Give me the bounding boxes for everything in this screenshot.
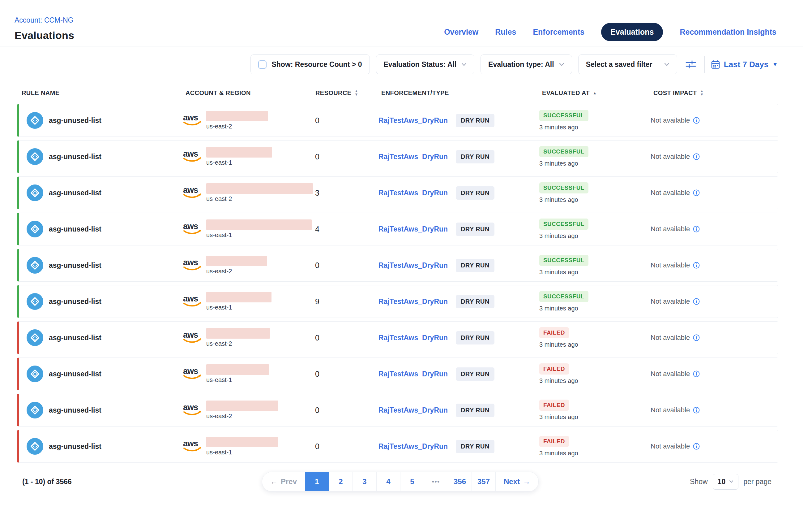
table-row[interactable]: asg-unused-list aws us-east-2 0 RajTestA… — [17, 394, 778, 426]
page-button-1[interactable]: 1 — [305, 472, 329, 491]
region-label: us-east-2 — [206, 340, 270, 347]
page-button-356[interactable]: 356 — [448, 472, 472, 491]
next-page-button[interactable]: Next→ — [495, 472, 538, 491]
page-button-357[interactable]: 357 — [472, 472, 495, 491]
account-name-redacted — [206, 256, 267, 266]
cost-impact-value: Not available — [651, 116, 690, 124]
table-row[interactable]: asg-unused-list aws us-east-1 0 RajTestA… — [17, 358, 778, 390]
resource-count-filter[interactable]: Show: Resource Count > 0 — [250, 54, 369, 74]
page-button-3[interactable]: 3 — [353, 472, 376, 491]
page-button-2[interactable]: 2 — [329, 472, 353, 491]
column-label: ENFORCEMENT/TYPE — [381, 89, 449, 97]
info-icon[interactable] — [693, 189, 700, 197]
status-badge: SUCCESSFUL — [539, 291, 588, 302]
nav-tab-recommendation-insights[interactable]: Recommendation Insights — [680, 28, 777, 36]
enforcement-link[interactable]: RajTestAws_DryRun — [379, 297, 456, 306]
evaluation-type-badge: DRY RUN — [456, 150, 495, 163]
sort-ascending-icon[interactable]: ▲ — [593, 91, 597, 95]
column-label: ACCOUNT & REGION — [186, 89, 251, 97]
caret-down-icon: ▼ — [772, 61, 778, 68]
governance-rule-icon — [27, 438, 43, 455]
rule-name: asg-unused-list — [49, 442, 102, 451]
breadcrumb[interactable]: Account: CCM-NG — [15, 16, 74, 24]
evaluated-time: 3 minutes ago — [539, 160, 578, 167]
table-row[interactable]: asg-unused-list aws us-east-2 3 RajTestA… — [17, 176, 778, 209]
account-name-redacted — [206, 111, 268, 121]
evaluation-type-value: Evaluation type: All — [488, 60, 554, 69]
info-icon[interactable] — [693, 407, 700, 414]
pager-ellipsis[interactable]: ••• — [424, 472, 448, 491]
cost-impact-value: Not available — [651, 297, 690, 306]
column-header-evaluated-at[interactable]: EVALUATED AT▲ — [542, 89, 653, 97]
table-row[interactable]: asg-unused-list aws us-east-1 4 RajTestA… — [17, 213, 778, 245]
cost-impact-value: Not available — [651, 153, 690, 161]
column-label: COST IMPACT — [653, 89, 697, 97]
info-icon[interactable] — [693, 153, 700, 160]
info-icon[interactable] — [693, 334, 700, 341]
enforcement-link[interactable]: RajTestAws_DryRun — [379, 406, 456, 414]
sort-icon[interactable]: ▲▼ — [700, 89, 704, 96]
sort-icon[interactable]: ▲▼ — [355, 89, 358, 96]
filter-bar: Show: Resource Count > 0 Evaluation Stat… — [0, 47, 803, 82]
enforcement-link[interactable]: RajTestAws_DryRun — [379, 334, 456, 342]
svg-text:aws: aws — [183, 185, 198, 195]
cost-impact-value: Not available — [651, 442, 690, 450]
page-button-4[interactable]: 4 — [376, 472, 400, 491]
info-icon[interactable] — [693, 443, 700, 450]
table-row[interactable]: asg-unused-list aws us-east-2 0 RajTestA… — [17, 249, 778, 282]
enforcement-link[interactable]: RajTestAws_DryRun — [379, 189, 456, 197]
chevron-down-icon — [664, 62, 669, 66]
info-icon[interactable] — [693, 298, 700, 305]
info-icon[interactable] — [693, 370, 700, 378]
evaluation-status-dropdown[interactable]: Evaluation Status: All — [376, 54, 475, 74]
prev-page-button[interactable]: ←Prev — [262, 472, 305, 491]
resource-count-checkbox[interactable] — [258, 60, 267, 69]
enforcement-link[interactable]: RajTestAws_DryRun — [379, 261, 456, 269]
enforcement-link[interactable]: RajTestAws_DryRun — [379, 116, 456, 125]
table-row[interactable]: asg-unused-list aws us-east-1 0 RajTestA… — [17, 430, 778, 463]
governance-rule-icon — [27, 329, 43, 346]
table-row[interactable]: asg-unused-list aws us-east-1 0 RajTestA… — [17, 140, 778, 173]
nav-tab-rules[interactable]: Rules — [495, 28, 516, 36]
saved-filter-dropdown[interactable]: Select a saved filter — [578, 54, 677, 74]
nav-tab-enforcements[interactable]: Enforcements — [533, 28, 584, 36]
aws-logo-icon: aws — [183, 149, 202, 164]
rule-name: asg-unused-list — [49, 189, 102, 197]
page-size-value: 10 — [718, 477, 726, 486]
info-icon[interactable] — [693, 262, 700, 269]
table-row[interactable]: asg-unused-list aws us-east-1 9 RajTestA… — [17, 285, 778, 318]
account-name-redacted — [206, 292, 272, 303]
status-badge: SUCCESSFUL — [539, 110, 588, 121]
enforcement-link[interactable]: RajTestAws_DryRun — [379, 370, 456, 378]
enforcement-link[interactable]: RajTestAws_DryRun — [379, 153, 456, 161]
chevron-down-icon — [559, 62, 564, 66]
page-size-select[interactable]: 10 — [713, 474, 739, 490]
evaluation-type-badge: DRY RUN — [456, 440, 495, 453]
filter-settings-button[interactable] — [685, 59, 696, 69]
evaluated-time: 3 minutes ago — [539, 450, 578, 457]
column-label: RULE NAME — [22, 89, 60, 97]
nav-tab-evaluations[interactable]: Evaluations — [601, 23, 663, 41]
show-label: Show — [690, 477, 708, 486]
chevron-down-icon — [461, 62, 467, 66]
page-button-5[interactable]: 5 — [400, 472, 424, 491]
date-range-picker[interactable]: Last 7 Days ▼ — [711, 60, 778, 69]
table-body: asg-unused-list aws us-east-2 0 RajTestA… — [17, 104, 778, 463]
enforcement-link[interactable]: RajTestAws_DryRun — [379, 442, 456, 451]
enforcement-link[interactable]: RajTestAws_DryRun — [379, 225, 456, 233]
cost-impact-value: Not available — [651, 334, 690, 342]
column-header-resource[interactable]: RESOURCE▲▼ — [315, 89, 381, 97]
svg-text:aws: aws — [183, 366, 198, 376]
column-header-cost-impact[interactable]: COST IMPACT▲▼ — [653, 89, 778, 97]
resource-count: 3 — [313, 188, 379, 198]
column-label: RESOURCE — [315, 89, 352, 97]
info-icon[interactable] — [693, 225, 700, 233]
nav-tab-overview[interactable]: Overview — [444, 28, 478, 36]
evaluated-time: 3 minutes ago — [539, 377, 578, 384]
info-icon[interactable] — [693, 117, 700, 124]
status-badge: FAILED — [539, 399, 569, 411]
evaluation-type-dropdown[interactable]: Evaluation type: All — [480, 54, 572, 74]
table-row[interactable]: asg-unused-list aws us-east-2 0 RajTestA… — [17, 321, 778, 354]
rule-name: asg-unused-list — [49, 370, 102, 378]
table-row[interactable]: asg-unused-list aws us-east-2 0 RajTestA… — [17, 104, 778, 137]
